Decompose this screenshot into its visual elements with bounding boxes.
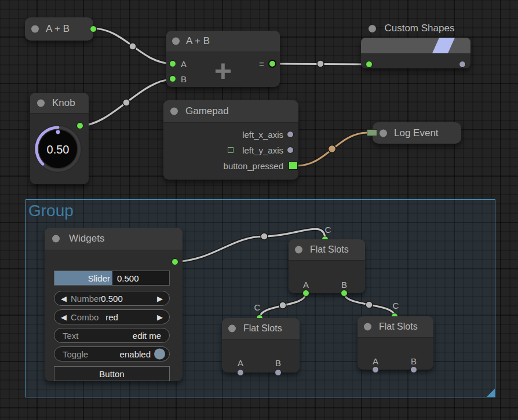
- node-title: Widgets: [69, 233, 104, 244]
- node-title: Log Event: [394, 127, 439, 139]
- toggle-value: enabled: [120, 349, 151, 359]
- node-title: A + B: [186, 35, 210, 47]
- node-title: Gamepad: [185, 105, 229, 117]
- node-title: Flat Slots: [310, 244, 349, 255]
- output-socket-a[interactable]: [302, 290, 309, 297]
- collapse-dot-icon[interactable]: [380, 129, 387, 137]
- knob-indicator-icon: [56, 130, 60, 134]
- number-value: 0.500: [54, 294, 169, 304]
- wire-knob-to-b[interactable]: [80, 79, 173, 126]
- wire-gamepad-to-logevent[interactable]: [297, 133, 367, 166]
- input-label-b: B: [181, 74, 187, 84]
- input-label-c: C: [325, 225, 331, 235]
- output-socket[interactable]: [90, 25, 97, 32]
- node-custom-shapes[interactable]: [361, 38, 470, 68]
- node-titlebar[interactable]: Widgets: [45, 228, 183, 250]
- collapse-dot-icon[interactable]: [228, 325, 236, 333]
- node-title: Flat Slots: [379, 322, 418, 332]
- input-socket-b[interactable]: [169, 75, 176, 82]
- node-title: Flat Slots: [243, 323, 282, 334]
- output-socket-left-y-axis[interactable]: [287, 147, 294, 154]
- output-socket-result[interactable]: [268, 60, 276, 68]
- collapse-dot-icon[interactable]: [364, 323, 371, 331]
- output-label-b: B: [411, 356, 417, 366]
- text-widget[interactable]: Text edit me: [54, 328, 170, 343]
- slider-label: Slider: [54, 273, 110, 283]
- node-title: Custom Shapes: [384, 23, 454, 34]
- increment-arrow-icon[interactable]: ▶: [157, 294, 163, 303]
- node-titlebar[interactable]: Knob: [30, 93, 89, 114]
- output-socket-left-x-axis[interactable]: [287, 131, 294, 138]
- wire-flattop-b-to-flatright[interactable]: [344, 293, 395, 316]
- toggle-widget[interactable]: Toggle enabled: [54, 346, 170, 361]
- node-titlebar[interactable]: Flat Slots: [358, 316, 433, 338]
- node-widgets[interactable]: Widgets Slider 0.500 ◀ Number 0.500 ▶ ◀ …: [45, 228, 183, 381]
- button-label: Button: [54, 369, 169, 379]
- slider-widget[interactable]: Slider 0.500: [54, 271, 170, 286]
- output-label-a: A: [303, 280, 309, 290]
- output-socket[interactable]: [172, 258, 178, 265]
- wire-flattop-a-to-flatleft[interactable]: [260, 293, 306, 318]
- node-titlebar[interactable]: Flat Slots: [289, 239, 365, 261]
- output-socket-a[interactable]: [372, 366, 379, 373]
- node-titlebar[interactable]: A + B: [166, 31, 280, 52]
- collapse-dot-icon[interactable]: [37, 99, 45, 107]
- node-title: A + B: [46, 23, 70, 35]
- collapse-dot-icon[interactable]: [295, 246, 302, 254]
- input-label-c: C: [393, 301, 399, 311]
- wire-add-to-customshapes[interactable]: [272, 60, 369, 67]
- input-socket[interactable]: [366, 61, 373, 68]
- customshapes-title-row[interactable]: Custom Shapes: [369, 23, 454, 34]
- output-socket-b[interactable]: [275, 369, 282, 376]
- slider-value: 0.500: [117, 273, 139, 283]
- output-socket[interactable]: [459, 61, 466, 68]
- custom-band: [361, 38, 470, 53]
- output-socket-button-pressed[interactable]: [289, 162, 298, 170]
- node-titlebar[interactable]: Flat Slots: [222, 318, 300, 339]
- output-label-button-pressed: button_pressed: [224, 161, 283, 171]
- output-label-left-x-axis: left_x_axis: [242, 130, 283, 140]
- wire-addcollapsed-to-a[interactable]: [93, 28, 173, 64]
- collapse-dot-icon[interactable]: [369, 25, 376, 32]
- output-label-equals: =: [259, 59, 264, 69]
- collapse-dot-icon[interactable]: [31, 25, 39, 33]
- output-label-b: B: [341, 280, 347, 290]
- square-outline-icon: [228, 147, 234, 153]
- output-label-a: A: [373, 356, 378, 366]
- text-label: Text: [63, 331, 79, 341]
- collapse-dot-icon[interactable]: [170, 108, 178, 115]
- output-socket-a[interactable]: [237, 369, 244, 376]
- knob-value: 0.50: [47, 143, 70, 156]
- next-arrow-icon[interactable]: ▶: [157, 313, 163, 322]
- text-value: edit me: [133, 331, 161, 341]
- node-flat-slots-top[interactable]: C Flat Slots A B: [289, 239, 365, 293]
- input-socket-a[interactable]: [169, 60, 176, 67]
- output-label-left-y-axis: left_y_axis: [242, 145, 283, 155]
- collapse-dot-icon[interactable]: [172, 38, 180, 45]
- node-log-event[interactable]: Log Event: [373, 122, 461, 144]
- node-title: Knob: [52, 97, 75, 109]
- input-socket[interactable]: [367, 129, 377, 136]
- output-label-b: B: [275, 358, 281, 368]
- number-widget[interactable]: ◀ Number 0.500 ▶: [54, 291, 170, 306]
- collapse-dot-icon[interactable]: [52, 235, 60, 243]
- button-widget[interactable]: Button: [54, 366, 170, 381]
- node-add[interactable]: A + B A B + =: [166, 31, 280, 87]
- toggle-label: Toggle: [63, 349, 88, 359]
- node-flat-slots-left[interactable]: C Flat Slots A B: [222, 318, 300, 372]
- node-knob[interactable]: Knob 0.50: [30, 93, 89, 184]
- toggle-knob-icon[interactable]: [154, 349, 165, 360]
- output-socket-b[interactable]: [341, 290, 348, 297]
- combo-value: red: [54, 312, 169, 322]
- output-socket-b[interactable]: [410, 366, 417, 373]
- combo-widget[interactable]: ◀ Combo red ▶: [54, 309, 170, 324]
- node-gamepad[interactable]: Gamepad left_x_axis left_y_axis button_p…: [163, 100, 298, 180]
- output-label-a: A: [238, 358, 243, 368]
- node-add-collapsed[interactable]: A + B: [25, 17, 93, 41]
- input-label-a: A: [181, 59, 187, 69]
- input-label-c: C: [254, 302, 261, 312]
- node-editor-canvas[interactable]: Group: [0, 0, 518, 420]
- custom-parallelogram-shape: [432, 38, 455, 53]
- node-titlebar[interactable]: Gamepad: [163, 100, 298, 123]
- node-flat-slots-right[interactable]: C Flat Slots A B: [358, 316, 433, 370]
